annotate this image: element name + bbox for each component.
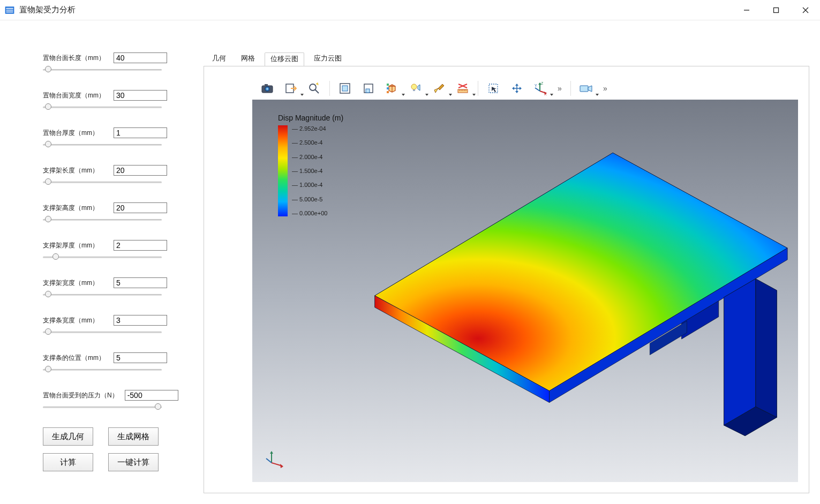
param-input[interactable] — [114, 202, 167, 213]
param-input[interactable] — [114, 52, 167, 63]
param-group: 支撑架高度（mm） — [43, 202, 182, 225]
svg-rect-6 — [265, 84, 268, 86]
param-label: 置物台厚度（mm） — [43, 129, 107, 138]
param-slider[interactable] — [43, 103, 162, 112]
param-slider[interactable] — [43, 328, 162, 337]
svg-line-29 — [535, 88, 540, 91]
generate-mesh-button[interactable]: 生成网格 — [108, 427, 159, 446]
svg-text:X: X — [544, 92, 547, 95]
param-label: 支撑条宽度（mm） — [43, 316, 107, 325]
svg-line-44 — [266, 458, 272, 463]
svg-text:Y: Y — [535, 84, 537, 87]
fea-render — [317, 120, 793, 471]
box-icon[interactable] — [358, 79, 379, 98]
svg-point-19 — [411, 84, 417, 89]
select-box-icon[interactable] — [483, 79, 504, 98]
svg-rect-15 — [366, 89, 370, 93]
view-tabs: 几何网格位移云图应力云图 — [204, 52, 809, 66]
brush-icon[interactable] — [428, 79, 450, 98]
toolbar-overflow-icon[interactable]: » — [553, 84, 566, 93]
param-group: 支撑架宽度（mm） — [43, 277, 182, 300]
export-icon[interactable] — [280, 79, 302, 98]
param-group: 置物台面受到的压力（N） — [43, 390, 182, 412]
svg-rect-13 — [342, 86, 348, 91]
param-group: 置物台面宽度（mm） — [43, 90, 182, 112]
ruler-icon[interactable] — [452, 79, 473, 98]
param-label: 支撑架高度（mm） — [43, 204, 107, 213]
param-group: 支撑架长度（mm） — [43, 165, 182, 187]
move-icon[interactable] — [506, 79, 528, 98]
svg-rect-17 — [387, 87, 389, 89]
camera2-icon[interactable] — [575, 79, 597, 98]
param-group: 置物台厚度（mm） — [43, 127, 182, 150]
axes-icon[interactable]: ZYX — [530, 79, 551, 98]
param-group: 置物台面长度（mm） — [43, 52, 182, 75]
lightbulb-icon[interactable] — [405, 79, 426, 98]
svg-line-11 — [315, 90, 319, 94]
param-slider[interactable] — [43, 215, 162, 225]
view-tab[interactable]: 位移云图 — [265, 52, 304, 66]
generate-geometry-button[interactable]: 生成几何 — [43, 427, 93, 446]
svg-point-8 — [266, 88, 268, 90]
param-label: 支撑架长度（mm） — [43, 166, 107, 175]
param-input[interactable] — [125, 390, 178, 401]
parameters-panel: 置物台面长度（mm） 置物台面宽度（mm） 置物台厚度（mm） 支撑架长度（mm… — [0, 31, 204, 493]
close-button[interactable] — [791, 0, 820, 20]
toolbar-overflow2-icon[interactable]: » — [599, 84, 612, 93]
window-title: 置物架受力分析 — [19, 5, 76, 15]
svg-rect-18 — [387, 91, 389, 93]
svg-marker-40 — [756, 279, 777, 417]
axis-gizmo-icon — [265, 448, 287, 469]
param-slider[interactable] — [43, 65, 162, 75]
viewer-frame: ZYX » » Disp Magnitude (m) — [204, 66, 809, 493]
param-input[interactable] — [114, 352, 167, 363]
param-input[interactable] — [114, 240, 167, 251]
view-tab[interactable]: 应力云图 — [309, 52, 347, 66]
view-tab[interactable]: 几何 — [207, 52, 231, 66]
compute-button[interactable]: 计算 — [43, 453, 93, 471]
svg-rect-16 — [387, 84, 389, 86]
paraview-toolbar: ZYX » » — [252, 77, 798, 100]
param-slider[interactable] — [43, 178, 162, 187]
svg-rect-2 — [773, 7, 778, 12]
param-input[interactable] — [114, 165, 167, 176]
param-slider[interactable] — [43, 253, 162, 262]
app-icon — [4, 5, 15, 16]
param-slider[interactable] — [43, 403, 162, 412]
maximize-button[interactable] — [761, 0, 791, 20]
frame-icon[interactable] — [334, 79, 356, 98]
svg-point-10 — [310, 84, 316, 91]
param-input[interactable] — [114, 315, 167, 326]
isometric-icon[interactable] — [381, 79, 403, 98]
param-input[interactable] — [114, 127, 167, 138]
param-slider[interactable] — [43, 365, 162, 375]
param-label: 置物台面宽度（mm） — [43, 91, 107, 100]
param-slider[interactable] — [43, 290, 162, 300]
titlebar: 置物架受力分析 — [0, 0, 820, 20]
minimize-button[interactable] — [732, 0, 761, 20]
svg-rect-33 — [580, 86, 588, 92]
camera-icon[interactable] — [257, 79, 278, 98]
param-label: 支撑架宽度（mm） — [43, 279, 107, 288]
param-label: 置物台面长度（mm） — [43, 54, 107, 63]
view-tab[interactable]: 网格 — [236, 52, 260, 66]
param-group: 支撑条宽度（mm） — [43, 315, 182, 337]
param-label: 支撑架厚度（mm） — [43, 241, 107, 250]
param-input[interactable] — [114, 277, 167, 288]
zoom-probe-icon[interactable] — [304, 79, 325, 98]
one-click-compute-button[interactable]: 一键计算 — [108, 453, 159, 471]
param-slider[interactable] — [43, 140, 162, 150]
svg-rect-20 — [413, 89, 415, 91]
svg-text:Z: Z — [541, 81, 544, 85]
render-viewport[interactable]: ZYX » » Disp Magnitude (m) — [252, 77, 798, 482]
param-input[interactable] — [114, 90, 167, 101]
svg-marker-39 — [724, 279, 756, 425]
param-label: 支撑条的位置（mm） — [43, 353, 107, 363]
param-group: 支撑条的位置（mm） — [43, 352, 182, 375]
legend-colorbar — [278, 125, 288, 216]
param-group: 支撑架厚度（mm） — [43, 240, 182, 262]
param-label: 置物台面受到的压力（N） — [43, 391, 118, 400]
